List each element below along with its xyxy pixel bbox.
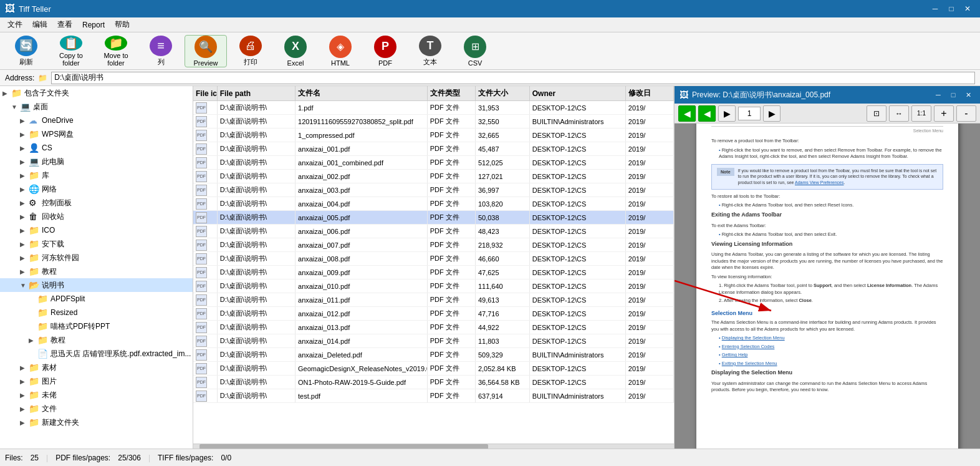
address-input[interactable] — [51, 72, 975, 84]
pdf-para-1: To remove a product tool from the Toolba… — [711, 138, 943, 145]
menu-report[interactable]: Report — [77, 19, 110, 31]
tree-item-weilao[interactable]: ▶ 📁 未佬 — [0, 388, 193, 402]
fit-width-button[interactable]: ↔ — [889, 105, 909, 122]
tree-item-ico[interactable]: ▶ 📁 ICO — [0, 223, 193, 237]
tree-item-recycle[interactable]: ▶ 🗑 回收站 — [0, 210, 193, 223]
file-thumb: PDF — [196, 212, 207, 223]
prev-button[interactable]: ◀ — [698, 105, 716, 122]
menu-help[interactable]: 帮助 — [110, 18, 135, 31]
tree-item-sixun[interactable]: 📄 思迅天店 店铺管理系统.pdf.extracted_im... — [0, 347, 193, 361]
prev-prev-button[interactable]: ◀ — [678, 105, 696, 122]
file-row[interactable]: PDF D:\桌面\说明书\ anxaizai_009.pdf PDF 文件 4… — [193, 266, 674, 279]
zoom-out-button[interactable]: - — [956, 105, 976, 122]
preview-minimize[interactable]: ─ — [931, 89, 945, 101]
file-row[interactable]: PDF D:\桌面\说明书\ anxaizai_002.pdf PDF 文件 1… — [193, 170, 674, 183]
excel-button[interactable]: X Excel — [274, 35, 317, 67]
tree-item-sucai[interactable]: ▶ 📁 素材 — [0, 361, 193, 374]
tree-item-resized[interactable]: 📁 Resized — [0, 306, 193, 319]
tree-item-cs[interactable]: ▶ 👤 CS — [0, 141, 193, 155]
tree-item-subfolder[interactable]: ▶ 📁 包含子文件夹 — [0, 86, 193, 100]
file-row[interactable]: PDF D:\桌面\说明书\ anxaizai_003.pdf PDF 文件 3… — [193, 183, 674, 197]
tree-item-apdfsplit[interactable]: 📁 APDFSplit — [0, 292, 193, 306]
file-cell-type: PDF 文件 — [428, 142, 476, 155]
tree-item-miao[interactable]: 📁 喵格式PDF转PPT — [0, 319, 193, 333]
copy-to-folder-button[interactable]: 📋 Copy to folder — [50, 35, 92, 67]
file-row[interactable]: PDF D:\桌面\说明书\ anxaizai_001_combined.pdf… — [193, 156, 674, 170]
file-cell-name: anxaizai_001.pdf — [295, 142, 428, 155]
pdf-button[interactable]: P PDF — [364, 35, 406, 67]
file-row[interactable]: PDF D:\桌面\说明书\ anxaizai_006.pdf PDF 文件 4… — [193, 225, 674, 238]
columns-button[interactable]: ≡ 列 — [140, 35, 182, 67]
tree-item-images[interactable]: ▶ 📁 图片 — [0, 374, 193, 388]
close-button[interactable]: ✕ — [960, 2, 975, 15]
tree-item-tutorial2[interactable]: ▶ 📁 教程 — [0, 333, 193, 347]
file-cell-owner: DESKTOP-12\CS — [530, 183, 626, 197]
preview-button[interactable]: 🔍 Preview — [185, 35, 227, 67]
file-row[interactable]: PDF D:\桌面\说明书\ anxaizai_011.pdf PDF 文件 4… — [193, 293, 674, 307]
header-path[interactable]: File path — [218, 86, 295, 100]
next-button[interactable]: ▶ — [718, 105, 736, 122]
move-to-folder-button[interactable]: 📁 Move to folder — [95, 35, 137, 67]
tree-item-new-folder[interactable]: ▶ 📁 新建文件夹 — [0, 415, 193, 429]
tree-item-manual[interactable]: ▼ 📂 说明书 — [0, 278, 193, 292]
tree-item-wps[interactable]: ▶ 📁 WPS网盘 — [0, 127, 193, 141]
html-button[interactable]: ◈ HTML — [319, 35, 362, 67]
tree-arrow: ▶ — [2, 90, 11, 97]
actual-size-button[interactable]: 1:1 — [911, 105, 931, 122]
header-name[interactable]: 文件名 — [295, 86, 428, 100]
folder-icon: 📁 — [29, 266, 40, 276]
tree-item-computer[interactable]: ▶ 💻 此电脑 — [0, 155, 193, 168]
fit-page-button[interactable]: ⊡ — [867, 105, 886, 122]
header-type[interactable]: 文件类型 — [428, 86, 476, 100]
menu-file[interactable]: 文件 — [2, 18, 27, 31]
preview-close[interactable]: ✕ — [961, 89, 975, 101]
minimize-button[interactable]: ─ — [928, 2, 943, 15]
maximize-button[interactable]: □ — [944, 2, 959, 15]
file-row[interactable]: PDF D:\桌面\说明书\ anxaizai_004.pdf PDF 文件 1… — [193, 197, 674, 211]
file-row[interactable]: PDF D:\桌面\说明书\ anxaizai_013.pdf PDF 文件 4… — [193, 321, 674, 334]
tree-item-control-panel[interactable]: ▶ ⚙ 控制面板 — [0, 196, 193, 210]
tree-item-network[interactable]: ▶ 🌐 网络 — [0, 182, 193, 196]
menu-edit[interactable]: 编辑 — [27, 18, 52, 31]
tree-item-files[interactable]: ▶ 📁 文件 — [0, 402, 193, 415]
file-row[interactable]: PDF D:\桌面\说明书\ anxaizai_010.pdf PDF 文件 1… — [193, 279, 674, 293]
file-row[interactable]: PDF D:\桌面\说明书\ anxaizai_007.pdf PDF 文件 2… — [193, 238, 674, 252]
pdf-files-label: PDF files/pages: — [55, 454, 110, 462]
header-owner[interactable]: Owner — [530, 86, 626, 100]
tree-item-hedong[interactable]: ▶ 📁 河东软件园 — [0, 251, 193, 265]
print-icon: 🖨 — [239, 36, 262, 56]
file-row[interactable]: PDF D:\桌面\说明书\ anxaizai_001.pdf PDF 文件 4… — [193, 142, 674, 156]
text-icon: T — [419, 36, 441, 56]
file-row[interactable]: PDF D:\桌面\说明书\ GeomagicDesignX_ReleaseNo… — [193, 362, 674, 376]
tree-label: OneDrive — [42, 116, 74, 125]
csv-button[interactable]: ⊞ CSV — [454, 35, 496, 67]
tree-item-desktop[interactable]: ▼ 💻 桌面 — [0, 100, 193, 114]
file-row[interactable]: PDF D:\桌面\说明书\ anxaizai_Deleted.pdf PDF … — [193, 348, 674, 362]
file-row[interactable]: PDF D:\桌面\说明书\ anxaizai_014.pdf PDF 文件 1… — [193, 334, 674, 348]
header-icon[interactable]: File icon — [193, 86, 218, 100]
refresh-button[interactable]: 🔄 刷新 — [5, 35, 47, 67]
text-button[interactable]: T 文本 — [409, 35, 451, 67]
pdf-header: Learning the Basics 1 — [711, 124, 943, 127]
preview-maximize[interactable]: □ — [946, 89, 960, 101]
menu-view[interactable]: 查看 — [52, 18, 77, 31]
file-row[interactable]: PDF D:\桌面\说明书\ anxaizai_005.pdf PDF 文件 5… — [193, 211, 674, 225]
file-row[interactable]: PDF D:\桌面\说明书\ test.pdf PDF 文件 637,914 B… — [193, 389, 674, 403]
next-next-button[interactable]: ▶ — [763, 105, 781, 122]
print-button[interactable]: 🖨 打印 — [229, 35, 272, 67]
file-row[interactable]: PDF D:\桌面\说明书\ anxaizai_008.pdf PDF 文件 4… — [193, 252, 674, 266]
file-row[interactable]: PDF D:\桌面\说明书\ 1_compressed.pdf PDF 文件 3… — [193, 129, 674, 142]
header-date[interactable]: 修改日 — [626, 86, 674, 100]
tree-item-onedrive[interactable]: ▶ ☁ OneDrive — [0, 114, 193, 127]
page-number-input[interactable] — [738, 107, 761, 120]
zoom-in-button[interactable]: + — [934, 105, 954, 122]
file-row[interactable]: PDF D:\桌面\说明书\ anxaizai_012.pdf PDF 文件 4… — [193, 307, 674, 321]
header-size[interactable]: 文件大小 — [476, 86, 530, 100]
tree-item-library[interactable]: ▶ 📁 库 — [0, 168, 193, 182]
tree-item-tutorial[interactable]: ▶ 📁 教程 — [0, 265, 193, 278]
tree-item-downloads[interactable]: ▶ 📁 安下载 — [0, 237, 193, 251]
file-row[interactable]: PDF D:\桌面\说明书\ ON1-Photo-RAW-2019-5-Guid… — [193, 376, 674, 389]
file-row[interactable]: PDF D:\桌面\说明书\ 1.pdf PDF 文件 31,953 DESKT… — [193, 101, 674, 115]
file-row[interactable]: PDF D:\桌面\说明书\ 12019111609559270380852_s… — [193, 115, 674, 129]
file-cell-type: PDF 文件 — [428, 156, 476, 169]
